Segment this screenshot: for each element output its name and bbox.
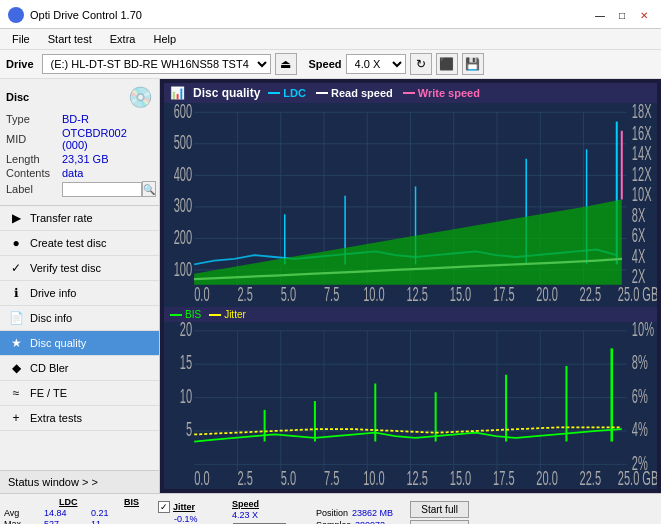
avg-label: Avg — [4, 508, 32, 518]
nav-item-create-test-disc[interactable]: ● Create test disc — [0, 231, 159, 256]
stats-row: LDC BIS Avg 14.84 0.21 Max 527 11 Total … — [0, 494, 661, 524]
disc-section-title: Disc — [6, 91, 29, 103]
nav-item-drive-info[interactable]: ℹ Drive info — [0, 281, 159, 306]
legend-read-speed: Read speed — [316, 87, 393, 99]
nav-item-extra-tests[interactable]: + Extra tests — [0, 406, 159, 431]
close-button[interactable]: ✕ — [635, 6, 653, 24]
bis-color — [170, 314, 182, 316]
jitter-checkbox[interactable]: ✓ — [158, 501, 170, 513]
svg-text:10.0: 10.0 — [363, 283, 385, 305]
nav-item-fe-te[interactable]: ≈ FE / TE — [0, 381, 159, 406]
top-chart: 600 500 400 300 200 100 18X 16X 14X 12X … — [164, 103, 657, 307]
menubar: File Start test Extra Help — [0, 29, 661, 50]
menu-start-test[interactable]: Start test — [40, 31, 100, 47]
speed-label: Speed — [309, 58, 342, 70]
svg-text:2.5: 2.5 — [237, 283, 252, 305]
titlebar-controls: — □ ✕ — [591, 6, 653, 24]
ldc-max: 527 — [44, 519, 79, 524]
eject-button[interactable]: ⏏ — [275, 53, 297, 75]
legend-write-speed: Write speed — [403, 87, 480, 99]
disc-type-label: Type — [6, 113, 62, 125]
refresh-button[interactable]: ↻ — [410, 53, 432, 75]
legend-ldc-label: LDC — [283, 87, 306, 99]
svg-text:10X: 10X — [632, 183, 652, 205]
app-title: Opti Drive Control 1.70 — [30, 9, 142, 21]
legend-bis: BIS — [170, 309, 201, 320]
svg-text:22.5: 22.5 — [580, 283, 602, 305]
svg-text:10: 10 — [180, 386, 192, 407]
disc-label-button[interactable]: 🔍 — [142, 181, 156, 197]
svg-text:100: 100 — [174, 257, 192, 279]
chart-legend: LDC Read speed Write speed — [268, 87, 480, 99]
app-logo — [8, 7, 24, 23]
disc-mid-row: MID OTCBDR002 (000) — [6, 127, 153, 151]
nav-item-cd-bler[interactable]: ◆ CD Bler — [0, 356, 159, 381]
chart-icon: 📊 — [170, 86, 185, 100]
disc-mid-label: MID — [6, 133, 62, 145]
content-area: 📊 Disc quality LDC Read speed Write spee… — [160, 79, 661, 493]
svg-text:400: 400 — [174, 162, 192, 184]
svg-text:5.0: 5.0 — [281, 468, 297, 489]
svg-text:17.5: 17.5 — [493, 468, 515, 489]
nav-item-label: Disc quality — [30, 337, 86, 349]
svg-text:12.5: 12.5 — [406, 468, 428, 489]
scan-button[interactable]: ⬛ — [436, 53, 458, 75]
position-label: Position — [316, 508, 348, 518]
transfer-rate-icon: ▶ — [8, 211, 24, 225]
maximize-button[interactable]: □ — [613, 6, 631, 24]
menu-extra[interactable]: Extra — [102, 31, 144, 47]
nav-items: ▶ Transfer rate ● Create test disc ✓ Ver… — [0, 206, 159, 470]
drive-select[interactable]: (E:) HL-DT-ST BD-RE WH16NS58 TST4 — [42, 54, 271, 74]
nav-item-label: Transfer rate — [30, 212, 93, 224]
speed-value: 4.23 X — [232, 510, 312, 520]
stats-empty-header — [4, 497, 29, 507]
svg-text:5.0: 5.0 — [281, 283, 296, 305]
svg-text:4%: 4% — [632, 419, 648, 440]
jitter-header: Jitter — [173, 502, 195, 512]
create-test-disc-icon: ● — [8, 236, 24, 250]
chart-header: 📊 Disc quality LDC Read speed Write spee… — [164, 83, 657, 103]
legend-read-speed-label: Read speed — [331, 87, 393, 99]
svg-text:25.0 GB: 25.0 GB — [618, 283, 657, 305]
disc-label-input[interactable] — [62, 182, 142, 197]
svg-text:300: 300 — [174, 194, 192, 216]
nav-item-verify-test-disc[interactable]: ✓ Verify test disc — [0, 256, 159, 281]
nav-item-disc-info[interactable]: 📄 Disc info — [0, 306, 159, 331]
speed-select[interactable]: 4.0 X — [346, 54, 406, 74]
svg-text:6%: 6% — [632, 386, 648, 407]
bis-avg: 0.21 — [91, 508, 121, 518]
fe-te-icon: ≈ — [8, 386, 24, 400]
samples-row: Samples 380072 — [316, 520, 406, 525]
svg-text:7.5: 7.5 — [324, 283, 339, 305]
svg-text:25.0 GB: 25.0 GB — [618, 468, 657, 489]
start-part-button[interactable]: Start part — [410, 520, 469, 525]
jitter-header-row: ✓ Jitter — [158, 501, 228, 513]
start-full-button[interactable]: Start full — [410, 501, 469, 518]
disc-quality-icon: ★ — [8, 336, 24, 350]
menu-file[interactable]: File — [4, 31, 38, 47]
svg-text:0.0: 0.0 — [194, 468, 210, 489]
cd-bler-icon: ◆ — [8, 361, 24, 375]
titlebar-left: Opti Drive Control 1.70 — [8, 7, 142, 23]
nav-item-label: FE / TE — [30, 387, 67, 399]
nav-item-transfer-rate[interactable]: ▶ Transfer rate — [0, 206, 159, 231]
stats-headers: LDC BIS — [4, 497, 154, 507]
disc-mid-value: OTCBDR002 (000) — [62, 127, 153, 151]
svg-text:4X: 4X — [632, 244, 646, 266]
menu-help[interactable]: Help — [145, 31, 184, 47]
svg-text:15: 15 — [180, 352, 192, 373]
svg-text:12X: 12X — [632, 162, 652, 184]
ldc-header: LDC — [59, 497, 94, 507]
svg-text:20.0: 20.0 — [536, 283, 558, 305]
save-button[interactable]: 💾 — [462, 53, 484, 75]
svg-text:14X: 14X — [632, 142, 652, 164]
status-window-bar[interactable]: Status window > > — [0, 470, 159, 493]
minimize-button[interactable]: — — [591, 6, 609, 24]
ldc-bis-stats: LDC BIS Avg 14.84 0.21 Max 527 11 Total … — [4, 497, 154, 524]
nav-item-disc-quality[interactable]: ★ Disc quality — [0, 331, 159, 356]
disc-contents-label: Contents — [6, 167, 62, 179]
bottom-chart-wrapper: 20 15 10 5 10% 8% 6% 4% 2% 0.0 2.5 5.0 7… — [164, 322, 657, 489]
nav-item-label: Disc info — [30, 312, 72, 324]
disc-panel: Disc 💿 Type BD-R MID OTCBDR002 (000) Len… — [0, 79, 159, 206]
bis-header: BIS — [124, 497, 154, 507]
